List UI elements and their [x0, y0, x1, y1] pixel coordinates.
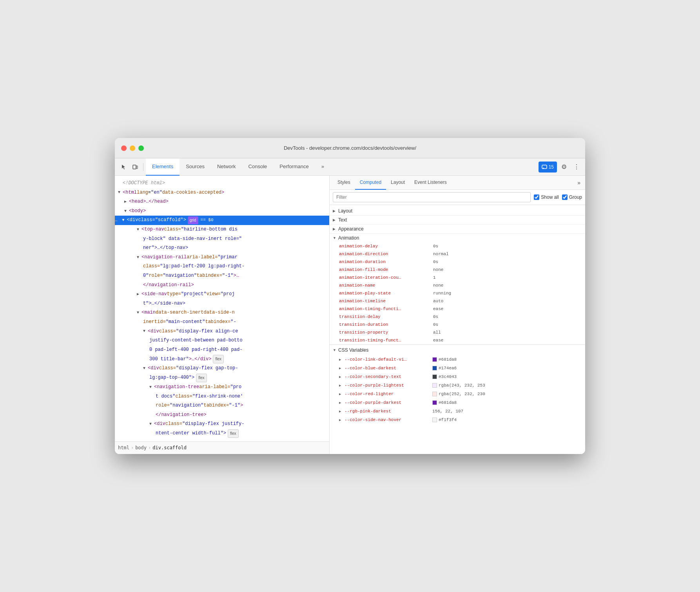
prop-row-animation-play-state: animation-play-staterunning	[330, 289, 585, 297]
css-var---rgb-pink-darkest: --rgb-pink-darkest 156, 22, 107	[330, 407, 585, 416]
justify-toggle[interactable]	[149, 421, 154, 428]
dom-line-doctype[interactable]: <!DOCTYPE html>	[115, 179, 329, 188]
devtools-window: DevTools - developer.chrome.com/docs/dev…	[115, 138, 585, 454]
prop-row-transition-property: transition-propertyall	[330, 329, 585, 336]
side-nav-toggle[interactable]	[137, 291, 141, 298]
css-var---color-red-lighter: --color-red-lighter rgba(252, 232, 230	[330, 390, 585, 398]
gap-top-toggle[interactable]	[143, 365, 148, 372]
dom-line-main[interactable]: <main data-search-inert data-side-n	[115, 308, 329, 318]
group-checkbox[interactable]	[562, 194, 568, 200]
tab-event-listeners[interactable]: Event Listeners	[410, 176, 452, 190]
css-var-toggle[interactable]	[339, 401, 343, 405]
flex-badge-3[interactable]: flex	[228, 429, 239, 438]
breadcrumb-body[interactable]: body	[135, 445, 147, 450]
main-toggle[interactable]	[137, 309, 141, 316]
grid-badge[interactable]: grid	[188, 216, 198, 224]
tab-elements[interactable]: Elements	[146, 158, 180, 176]
title-bar-toggle[interactable]	[143, 328, 148, 335]
dom-line-nav-tree-3[interactable]: role="navigation" tabindex="-1">	[115, 401, 329, 410]
show-all-checkbox[interactable]	[534, 194, 539, 200]
dom-line-nav-tree-4[interactable]: </navigation-tree>	[115, 410, 329, 420]
traffic-lights	[121, 145, 144, 151]
dom-line-gap-top-2[interactable]: lg:gap-top-400"> flex	[115, 373, 329, 383]
device-icon-btn[interactable]	[130, 162, 141, 173]
styles-more-btn[interactable]: »	[576, 180, 582, 186]
css-var-toggle[interactable]	[339, 392, 343, 396]
flex-badge-2[interactable]: flex	[196, 374, 207, 382]
tab-network[interactable]: Network	[211, 158, 242, 176]
css-var-toggle[interactable]	[339, 366, 343, 370]
filter-input[interactable]	[333, 192, 531, 202]
group-label[interactable]: Group	[562, 194, 582, 200]
show-all-label[interactable]: Show all	[534, 194, 559, 200]
tab-sources[interactable]: Sources	[180, 158, 211, 176]
breadcrumb-html[interactable]: html	[118, 445, 129, 450]
dom-line-scaffold[interactable]: … <div class="scaffold" > grid == $0	[115, 216, 329, 225]
more-options-icon-btn[interactable]: ⋮	[571, 162, 582, 173]
dom-tree[interactable]: <!DOCTYPE html> <html lang="en" data-coo…	[115, 176, 329, 441]
dom-line-side-nav-2[interactable]: t">…</side-nav>	[115, 299, 329, 309]
dom-line-top-nav-2[interactable]: y-block" data-side-nav-inert role="	[115, 234, 329, 244]
dom-line-top-nav-3[interactable]: ner">…</top-nav>	[115, 243, 329, 253]
top-nav-toggle[interactable]	[137, 226, 141, 233]
css-var-toggle[interactable]	[339, 375, 343, 379]
dom-line-title-bar-4[interactable]: 300 title-bar">…</div> flex	[115, 354, 329, 364]
flex-badge-1[interactable]: flex	[213, 355, 224, 363]
cursor-icon-btn[interactable]	[118, 162, 129, 173]
tab-more[interactable]: »	[315, 158, 330, 176]
breadcrumb-scaffold[interactable]: div.scaffold	[152, 445, 187, 450]
css-var-toggle[interactable]	[339, 383, 343, 388]
dom-line-nav-rail[interactable]: <navigation-rail aria-label="primar	[115, 253, 329, 262]
css-var-toggle[interactable]	[339, 418, 343, 422]
css-var---color-side-nav-hover: --color-side-nav-hover #f1f3f4	[330, 416, 585, 424]
dom-line-nav-tree-2[interactable]: t docs" class="flex-shrink-none'	[115, 392, 329, 401]
scaffold-toggle[interactable]	[122, 217, 127, 224]
nav-tree-toggle[interactable]	[149, 384, 154, 391]
dom-line-side-nav[interactable]: <side-nav type="project" view="proj	[115, 290, 329, 299]
maximize-button[interactable]	[138, 145, 144, 151]
dom-line-title-bar[interactable]: <div class="display-flex align-ce	[115, 327, 329, 336]
css-var---color-secondary-text: --color-secondary-text #3c4043	[330, 372, 585, 381]
css-var---color-link-default-vi-: --color-link-default-vi… #681da8	[330, 355, 585, 364]
prop-row-animation-timing-functi-: animation-timing-functi…ease	[330, 305, 585, 313]
dom-line-justify[interactable]: <div class="display-flex justify-	[115, 419, 329, 429]
html-toggle[interactable]	[118, 189, 123, 196]
section-text-header[interactable]: Text	[330, 216, 585, 224]
dom-line-nav-tree[interactable]: <navigation-tree aria-label="pro	[115, 383, 329, 392]
minimize-button[interactable]	[130, 145, 135, 151]
tab-console[interactable]: Console	[242, 158, 274, 176]
dom-line-title-bar-3[interactable]: 0 pad-left-400 pad-right-400 pad-	[115, 345, 329, 355]
css-variables-header[interactable]: CSS Variables	[330, 345, 585, 355]
css-var-toggle[interactable]	[339, 358, 343, 362]
dom-line-nav-rail-4[interactable]: </navigation-rail>	[115, 281, 329, 290]
head-toggle[interactable]	[124, 198, 129, 205]
settings-icon-btn[interactable]: ⚙	[559, 162, 569, 173]
chat-icon	[542, 164, 547, 170]
dom-line-nav-rail-2[interactable]: class="lg:pad-left-200 lg:pad-right-	[115, 262, 329, 271]
devtools-container: Elements Sources Network Console Perform…	[115, 158, 585, 454]
dom-line-main-2[interactable]: inert id="main-content" tabindex="-	[115, 318, 329, 327]
color-swatch	[432, 357, 437, 362]
dom-line-justify-2[interactable]: ntent-center width-full"> flex	[115, 429, 329, 438]
tab-computed[interactable]: Computed	[355, 176, 386, 190]
dom-line-nav-rail-3[interactable]: 0" role="navigation" tabindex="-1">…	[115, 271, 329, 281]
tab-performance[interactable]: Performance	[273, 158, 315, 176]
prop-row-animation-direction: animation-directionnormal	[330, 250, 585, 258]
close-button[interactable]	[121, 145, 127, 151]
svg-rect-0	[133, 165, 136, 169]
css-var-toggle[interactable]	[339, 409, 343, 414]
dom-line-html[interactable]: <html lang="en" data-cookies-accepted >	[115, 188, 329, 198]
tab-layout[interactable]: Layout	[386, 176, 410, 190]
body-toggle[interactable]	[124, 208, 129, 215]
dom-line-top-nav[interactable]: <top-nav class="hairline-bottom dis	[115, 225, 329, 234]
section-appearance-header[interactable]: Appearance	[330, 225, 585, 233]
section-layout-header[interactable]: Layout	[330, 207, 585, 215]
dom-line-gap-top[interactable]: <div class="display-flex gap-top-	[115, 364, 329, 373]
section-animation-header[interactable]: Animation	[330, 234, 585, 242]
nav-rail-toggle[interactable]	[137, 254, 141, 261]
tab-styles[interactable]: Styles	[333, 176, 355, 190]
console-messages-badge[interactable]: 15	[539, 162, 557, 173]
dom-line-body[interactable]: <body>	[115, 207, 329, 216]
dom-line-title-bar-2[interactable]: justify-content-between pad-botto	[115, 336, 329, 345]
dom-line-head[interactable]: <head>…</head>	[115, 197, 329, 207]
